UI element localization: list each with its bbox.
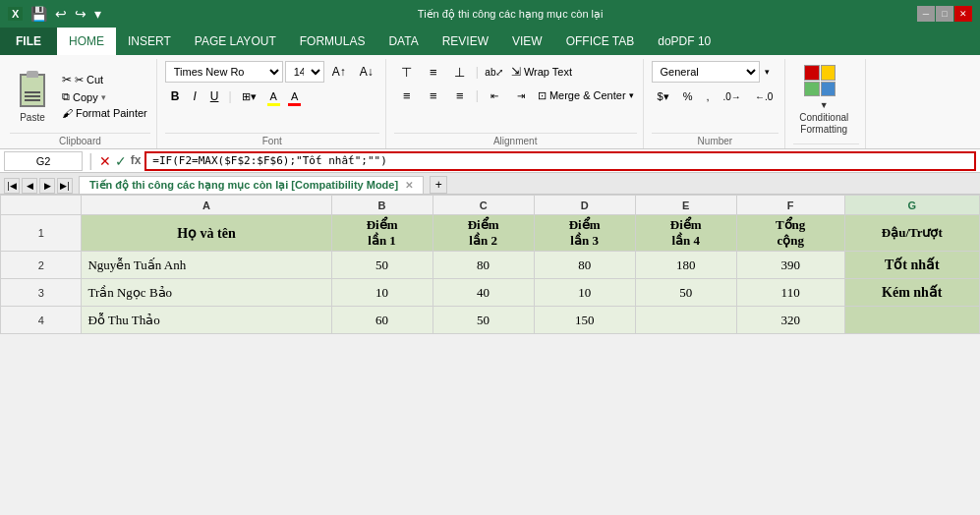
first-sheet-button[interactable]: |◀ bbox=[4, 178, 20, 194]
currency-button[interactable]: $▾ bbox=[652, 86, 675, 107]
last-sheet-button[interactable]: ▶| bbox=[57, 178, 73, 194]
align-left-button[interactable]: ≡ bbox=[394, 85, 420, 106]
col-header-a[interactable]: A bbox=[82, 196, 331, 215]
copy-button[interactable]: ⧉ Copy ▾ bbox=[59, 89, 150, 104]
cell-g4[interactable] bbox=[844, 307, 979, 334]
increase-font-button[interactable]: A↑ bbox=[326, 61, 352, 83]
menu-home[interactable]: HOME bbox=[57, 28, 116, 55]
formula-confirm-icon[interactable]: ✓ bbox=[115, 153, 127, 169]
menu-office-tab[interactable]: OFFICE TAB bbox=[554, 28, 647, 55]
maximize-button[interactable]: □ bbox=[936, 6, 953, 22]
redo-button[interactable]: ↪ bbox=[73, 4, 88, 24]
cut-button[interactable]: ✂ ✂ Cut bbox=[59, 72, 150, 87]
comma-button[interactable]: , bbox=[700, 86, 715, 107]
cell-a4[interactable]: Đỗ Thu Thảo bbox=[82, 307, 331, 334]
indent-increase-button[interactable]: ⇥ bbox=[508, 85, 534, 106]
cell-c4[interactable]: 50 bbox=[432, 307, 534, 334]
add-sheet-button[interactable]: + bbox=[430, 176, 447, 194]
formula-cancel-icon[interactable]: ✕ bbox=[99, 153, 111, 169]
font-color-button[interactable]: A bbox=[285, 86, 304, 107]
sheet-nav-buttons: |◀ ◀ ▶ ▶| bbox=[4, 178, 73, 194]
undo-button[interactable]: ↩ bbox=[53, 4, 69, 24]
cell-reference-input[interactable] bbox=[4, 151, 83, 171]
fill-color-button[interactable]: A bbox=[264, 86, 283, 107]
cell-e4[interactable] bbox=[635, 307, 736, 334]
menu-review[interactable]: REVIEW bbox=[431, 28, 500, 55]
menu-insert[interactable]: INSERT bbox=[116, 28, 183, 55]
cell-d4[interactable]: 150 bbox=[534, 307, 635, 334]
col-header-d[interactable]: D bbox=[534, 196, 635, 215]
menu-view[interactable]: VIEW bbox=[500, 28, 554, 55]
cell-d3[interactable]: 10 bbox=[534, 279, 635, 307]
sheet-tab-main[interactable]: Tiến độ thi công các hạng mục còn lại [C… bbox=[79, 176, 424, 194]
cell-c3[interactable]: 40 bbox=[432, 279, 534, 307]
align-top-button[interactable]: ⊤ bbox=[394, 61, 420, 83]
borders-button[interactable]: ⊞▾ bbox=[236, 86, 262, 107]
customize-qat-button[interactable]: ▾ bbox=[92, 4, 103, 24]
cell-c1[interactable]: Điểmlần 2 bbox=[432, 215, 534, 252]
indent-decrease-button[interactable]: ⇤ bbox=[482, 85, 507, 106]
italic-button[interactable]: I bbox=[187, 86, 202, 107]
minimize-button[interactable]: ─ bbox=[917, 6, 935, 22]
cell-g2[interactable]: Tốt nhất bbox=[844, 252, 979, 279]
col-header-c[interactable]: C bbox=[432, 196, 534, 215]
number-format-expand[interactable]: ▾ bbox=[762, 61, 773, 83]
align-middle-button[interactable]: ≡ bbox=[421, 61, 446, 83]
cell-b1[interactable]: Điểmlần 1 bbox=[331, 215, 432, 252]
cell-f2[interactable]: 390 bbox=[736, 252, 844, 279]
cell-b2[interactable]: 50 bbox=[331, 252, 432, 279]
menu-page-layout[interactable]: PAGE LAYOUT bbox=[183, 28, 288, 55]
cell-f4[interactable]: 320 bbox=[736, 307, 844, 334]
row-num-3: 3 bbox=[1, 279, 82, 307]
align-right-button[interactable]: ≡ bbox=[447, 85, 473, 106]
cell-d2[interactable]: 80 bbox=[534, 252, 635, 279]
formula-input[interactable]: =IF(F2=MAX($F$2:$F$6);"Tốt nhất";"") bbox=[144, 151, 976, 171]
text-rotate-button[interactable]: ab⤢ bbox=[482, 61, 507, 83]
bold-button[interactable]: B bbox=[165, 86, 186, 107]
save-button[interactable]: 💾 bbox=[29, 4, 49, 24]
cell-e3[interactable]: 50 bbox=[635, 279, 736, 307]
underline-button[interactable]: U bbox=[204, 86, 225, 107]
sheet-tab-close[interactable]: ✕ bbox=[405, 180, 413, 191]
wrap-text-button[interactable]: ⇲ Wrap Text bbox=[508, 64, 575, 80]
menu-formulas[interactable]: FORMULAS bbox=[288, 28, 377, 55]
prev-sheet-button[interactable]: ◀ bbox=[22, 178, 37, 194]
percent-button[interactable]: % bbox=[677, 86, 699, 107]
cell-c2[interactable]: 80 bbox=[432, 252, 534, 279]
col-header-g[interactable]: G bbox=[844, 196, 979, 215]
close-button[interactable]: ✕ bbox=[954, 6, 972, 22]
cell-a2[interactable]: Nguyễn Tuấn Anh bbox=[82, 252, 331, 279]
cell-b3[interactable]: 10 bbox=[331, 279, 432, 307]
menu-bar: FILE HOME INSERT PAGE LAYOUT FORMULAS DA… bbox=[0, 28, 980, 55]
col-header-e[interactable]: E bbox=[635, 196, 736, 215]
cell-f1[interactable]: Tổngcộng bbox=[736, 215, 844, 252]
cell-a1[interactable]: Họ và tên bbox=[82, 215, 331, 252]
cell-g1[interactable]: Đậu/Trượt bbox=[844, 215, 979, 252]
increase-decimal-button[interactable]: ←.0 bbox=[749, 86, 778, 107]
decrease-decimal-button[interactable]: .0→ bbox=[718, 86, 747, 107]
cell-e2[interactable]: 180 bbox=[635, 252, 736, 279]
col-header-f[interactable]: F bbox=[736, 196, 844, 215]
number-format-select[interactable]: General bbox=[652, 61, 760, 83]
cell-f3[interactable]: 110 bbox=[736, 279, 844, 307]
next-sheet-button[interactable]: ▶ bbox=[39, 178, 55, 194]
insert-function-icon[interactable]: fx bbox=[131, 153, 142, 169]
cell-a3[interactable]: Trần Ngọc Bảo bbox=[82, 279, 331, 307]
align-bottom-button[interactable]: ⊥ bbox=[447, 61, 473, 83]
paste-button[interactable]: Paste bbox=[10, 67, 55, 125]
decrease-font-button[interactable]: A↓ bbox=[354, 61, 379, 83]
cell-d1[interactable]: Điểmlần 3 bbox=[534, 215, 635, 252]
menu-dopdf[interactable]: doPDF 10 bbox=[646, 28, 722, 55]
font-size-select[interactable]: 14 bbox=[285, 61, 324, 83]
cell-b4[interactable]: 60 bbox=[331, 307, 432, 334]
menu-file[interactable]: FILE bbox=[0, 28, 57, 55]
font-name-select[interactable]: Times New Ro bbox=[165, 61, 283, 83]
cell-e1[interactable]: Điểmlần 4 bbox=[635, 215, 736, 252]
align-center-button[interactable]: ≡ bbox=[421, 85, 446, 106]
merge-center-button[interactable]: ⊡ Merge & Center ▾ bbox=[535, 88, 637, 103]
col-header-b[interactable]: B bbox=[331, 196, 432, 215]
conditional-formatting-button[interactable]: ▼ ConditionalFormatting bbox=[793, 61, 854, 140]
format-painter-button[interactable]: 🖌 Format Painter bbox=[59, 106, 150, 120]
menu-data[interactable]: DATA bbox=[376, 28, 430, 55]
cell-g3[interactable]: Kém nhất bbox=[844, 279, 979, 307]
